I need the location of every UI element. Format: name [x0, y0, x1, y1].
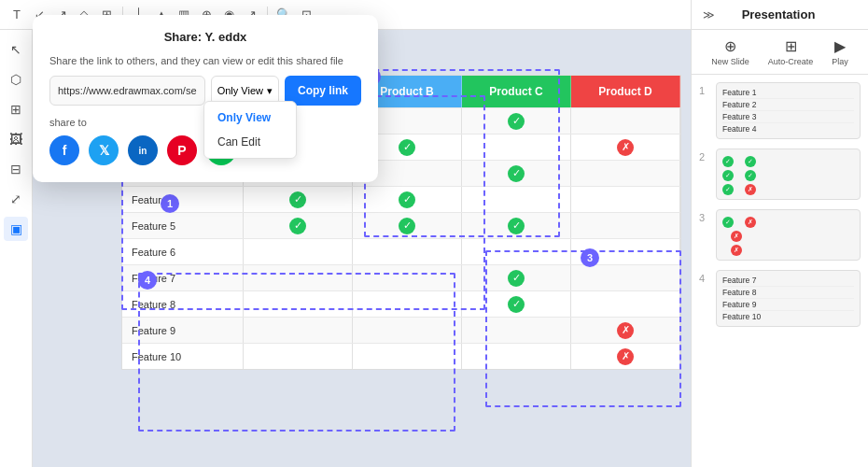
check-cell-red: ✗	[571, 318, 680, 343]
slide1-feature2: Feature 2	[722, 99, 854, 111]
selection-badge-4: 4	[138, 271, 157, 290]
slide-item-3[interactable]: 3 ✓ ✗ ✗ ✗	[699, 209, 861, 261]
slides-panel: 1 Feature 1 Feature 2 Feature 3 Feature …	[692, 75, 868, 467]
linkedin-share-icon[interactable]: in	[128, 135, 158, 165]
check-cell-empty	[571, 161, 680, 186]
left-panel-slides-icon[interactable]: ▣	[4, 217, 28, 241]
check-cell-empty	[571, 187, 680, 212]
copy-link-button[interactable]: Copy link	[285, 76, 361, 106]
slide3-row1: ✓ ✗	[722, 217, 854, 228]
slide-number-1: 1	[699, 82, 710, 96]
left-panel-table-icon[interactable]: ⊞	[4, 97, 28, 121]
expand-icon[interactable]: ≫	[703, 8, 715, 21]
check-cell-green: ✓	[462, 265, 571, 290]
check-cell-empty	[353, 265, 462, 290]
share-url-input[interactable]	[49, 76, 205, 106]
slide3-check-r1: ✗	[745, 217, 756, 228]
table-row: Feature 8 ✓	[122, 290, 680, 317]
left-panel-grid2-icon[interactable]: ⊟	[4, 157, 28, 181]
slide4-feature8: Feature 8	[722, 287, 854, 299]
table-row: Feature 4 ✓ ✓	[122, 186, 680, 212]
new-slide-tool[interactable]: ⊕ New Slide	[711, 37, 749, 66]
toolbar-text-icon[interactable]: T	[7, 6, 26, 24]
slide3-check-r3: ✗	[731, 245, 742, 256]
slide-item-2[interactable]: 2 ✓ ✓ ✓ ✓ ✓ ✗	[699, 149, 861, 200]
check-cell-green: ✓	[462, 161, 571, 186]
view-mode-label: Only View	[217, 85, 263, 96]
right-panel-title: Presentation	[715, 7, 842, 21]
check-cell-empty	[244, 318, 353, 343]
slide2-row2: ✓ ✓	[722, 170, 854, 181]
check-cell-green: ✓	[462, 213, 571, 238]
check-cell-empty	[462, 318, 571, 343]
check-cell-green: ✓	[462, 108, 571, 134]
table-row: Feature 9 ✗	[122, 317, 680, 343]
feature-name: Feature 10	[122, 344, 244, 369]
check-cell-empty	[353, 291, 462, 317]
product-c-label: Product C	[489, 85, 542, 98]
slide2-row3: ✓ ✗	[722, 184, 854, 195]
product-d-label: Product D	[598, 85, 651, 98]
check-cell-empty	[244, 265, 353, 290]
pinterest-share-icon[interactable]: P	[167, 135, 197, 165]
auto-create-label: Auto-Create	[768, 57, 814, 66]
slide2-check-g2: ✓	[745, 156, 756, 167]
slide2-check-g4: ✓	[745, 170, 756, 181]
auto-create-tool[interactable]: ⊞ Auto-Create	[768, 37, 814, 66]
check-cell-empty	[353, 318, 462, 343]
new-slide-icon: ⊕	[724, 37, 736, 55]
slide3-row2: ✗	[722, 231, 854, 242]
facebook-share-icon[interactable]: f	[49, 135, 79, 165]
check-cell-green: ✓	[353, 213, 462, 238]
slide-item-1[interactable]: 1 Feature 1 Feature 2 Feature 3 Feature …	[699, 82, 861, 139]
check-cell-empty	[571, 213, 680, 238]
play-tool[interactable]: ▶ Play	[832, 37, 848, 66]
feature-name: Feature 5	[122, 213, 244, 238]
slide2-check-g1: ✓	[722, 156, 734, 167]
share-description: Share the link to others, and they can v…	[49, 55, 361, 66]
slide4-feature10: Feature 10	[722, 311, 854, 322]
left-panel-shapes-icon[interactable]: ⬡	[4, 67, 28, 92]
product-b-label: Product B	[380, 85, 433, 98]
slide-thumbnail-2: ✓ ✓ ✓ ✓ ✓ ✗	[716, 149, 861, 200]
play-label: Play	[832, 57, 848, 66]
check-cell-green: ✓	[244, 187, 353, 212]
feature-name: Feature 6	[122, 239, 244, 264]
new-slide-label: New Slide	[711, 57, 749, 66]
dropdown-only-view[interactable]: Only View	[204, 106, 296, 130]
left-panel-expand-icon[interactable]: ⤢	[4, 187, 28, 211]
check-cell-red: ✗	[571, 344, 680, 369]
check-cell-empty	[462, 134, 571, 160]
slide2-check-g3: ✓	[722, 170, 734, 181]
feature-name: Feature 9	[122, 318, 244, 343]
right-panel-toolbar: ⊕ New Slide ⊞ Auto-Create ▶ Play	[692, 30, 868, 75]
slide-thumbnail-1: Feature 1 Feature 2 Feature 3 Feature 4	[716, 82, 861, 139]
product-d-header: Product D	[571, 76, 680, 107]
check-cell-green: ✓	[244, 213, 353, 238]
left-panel-cursor-icon[interactable]: ↖	[4, 37, 28, 62]
slide-item-4[interactable]: 4 Feature 7 Feature 8 Feature 9 Feature …	[699, 270, 861, 327]
slide2-check-r1: ✗	[745, 184, 756, 195]
auto-create-icon: ⊞	[785, 37, 797, 55]
selection-badge-3: 3	[581, 248, 599, 267]
slide3-row3: ✗	[722, 245, 854, 256]
right-panel-header: ≫ Presentation	[692, 0, 868, 30]
twitter-share-icon[interactable]: 𝕏	[89, 135, 119, 165]
check-cell-empty	[244, 344, 353, 369]
table-row: Feature 10 ✗	[122, 343, 680, 369]
slide2-check-g5: ✓	[722, 184, 734, 195]
check-cell-empty	[353, 239, 462, 264]
feature-name: Feature 8	[122, 291, 244, 317]
table-row: Feature 5 ✓ ✓ ✓	[122, 212, 680, 238]
slide-number-3: 3	[699, 209, 710, 223]
left-panel-image-icon[interactable]: 🖼	[4, 127, 28, 151]
slide3-check-g1: ✓	[722, 217, 734, 228]
selection-badge-1: 1	[161, 194, 179, 213]
check-cell-red: ✗	[571, 134, 680, 160]
check-cell-green: ✓	[353, 187, 462, 212]
check-cell-empty	[244, 239, 353, 264]
slide1-feature1: Feature 1	[722, 87, 854, 99]
dropdown-can-edit[interactable]: Can Edit	[204, 130, 296, 154]
product-c-header: Product C	[462, 76, 571, 107]
slide-thumbnail-4: Feature 7 Feature 8 Feature 9 Feature 10	[716, 270, 861, 327]
